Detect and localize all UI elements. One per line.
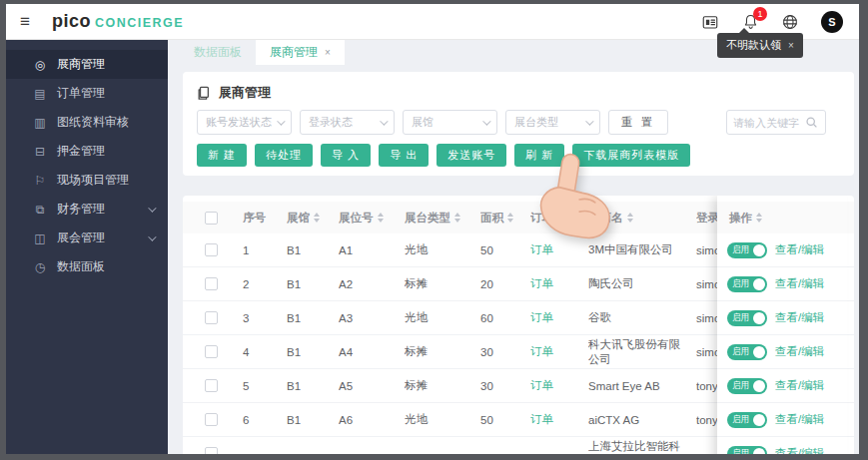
sidebar-item-exhibitor-mgmt[interactable]: ◎ 展商管理 [6, 50, 168, 79]
col-index: 序号 [243, 211, 287, 226]
notification-badge: 1 [753, 7, 767, 21]
sort-icon[interactable] [507, 213, 513, 223]
order-link[interactable]: 订单 [530, 344, 588, 359]
row-checkbox[interactable] [205, 277, 218, 290]
view-edit-link[interactable]: 查看/编辑 [775, 344, 824, 359]
sidebar-item-exhibition-mgmt[interactable]: ◫ 展会管理 [6, 224, 168, 252]
filter-account-send-status[interactable]: 账号发送状态 [197, 110, 292, 135]
col-booth[interactable]: 展位号 [339, 211, 405, 226]
sort-icon[interactable] [756, 213, 762, 223]
user-avatar[interactable]: S [821, 11, 843, 33]
row-checkbox[interactable] [205, 311, 218, 324]
cell-hall: B1 [287, 278, 339, 290]
tab-label: 展商管理 [270, 44, 318, 61]
sidebar-item-label: 订单管理 [57, 85, 105, 102]
pending-button[interactable]: 待处理 [255, 144, 313, 167]
row-checkbox[interactable] [205, 447, 218, 454]
sort-icon[interactable] [314, 213, 320, 223]
row-checkbox[interactable] [205, 379, 218, 392]
cell-exhibitor-name: 3M中国有限公司 [588, 242, 696, 257]
row-checkbox[interactable] [205, 345, 218, 358]
filter-booth-type[interactable]: 展台类型 [505, 110, 600, 135]
sort-icon[interactable] [627, 213, 633, 223]
new-button[interactable]: 新 建 [197, 144, 247, 167]
sort-icon[interactable] [557, 213, 563, 223]
tooltip-close-icon[interactable]: × [788, 40, 794, 51]
view-edit-link[interactable]: 查看/编辑 [775, 446, 824, 454]
sidebar-item-data-panel[interactable]: ◷ 数据面板 [6, 252, 168, 281]
toggle-knob [753, 244, 765, 256]
select-all-checkbox[interactable] [205, 212, 218, 225]
col-order[interactable]: 订单 [530, 211, 588, 226]
logo-text-primary: pico [52, 11, 91, 32]
order-link[interactable]: 订单 [530, 310, 588, 325]
order-link[interactable]: 订单 [530, 412, 588, 427]
order-link[interactable]: 订单 [530, 242, 588, 257]
keyword-search [726, 110, 826, 135]
view-edit-link[interactable]: 查看/编辑 [775, 378, 824, 393]
app-logo: pico CONCIERGE [52, 11, 184, 32]
enable-toggle[interactable]: 启用 [727, 242, 767, 258]
toggle-knob [753, 346, 765, 358]
col-booth-type[interactable]: 展台类型 [405, 211, 480, 226]
order-link[interactable]: 订单 [530, 378, 588, 393]
chevron-down-icon [380, 117, 388, 125]
filter-login-status[interactable]: 登录状态 [300, 110, 395, 135]
import-button[interactable]: 导 入 [321, 144, 371, 167]
claim-list-icon[interactable] [701, 13, 719, 31]
enable-toggle[interactable]: 启用 [727, 412, 767, 428]
page-title-text: 展商管理 [219, 84, 271, 102]
search-input[interactable] [733, 117, 805, 129]
language-globe-icon[interactable] [781, 13, 799, 31]
enable-toggle[interactable]: 启用 [727, 446, 767, 455]
send-account-button[interactable]: 发送账号 [436, 144, 506, 167]
cell-exhibitor-name: 陶氏公司 [588, 276, 696, 291]
view-edit-link[interactable]: 查看/编辑 [775, 412, 824, 427]
tab-close-icon[interactable]: × [325, 47, 331, 58]
refresh-button[interactable]: 刷 新 [514, 144, 564, 167]
enable-toggle[interactable]: 启用 [727, 310, 767, 326]
row-checkbox[interactable] [205, 413, 218, 426]
order-icon: ▤ [33, 87, 47, 101]
search-icon[interactable] [805, 116, 818, 129]
order-link[interactable]: 订单 [530, 276, 588, 291]
col-area[interactable]: 面积 [480, 211, 530, 226]
view-edit-link[interactable]: 查看/编辑 [775, 276, 824, 291]
chevron-down-icon [277, 117, 285, 125]
col-hall[interactable]: 展馆 [287, 211, 339, 226]
export-button[interactable]: 导 出 [379, 144, 429, 167]
filter-hall[interactable]: 展馆 [403, 110, 497, 135]
sidebar-item-finance-mgmt[interactable]: ⧉ 财务管理 [6, 195, 168, 224]
view-edit-link[interactable]: 查看/编辑 [775, 310, 824, 325]
enable-toggle[interactable]: 启用 [727, 378, 767, 394]
exhibitor-table-card: 序号 展馆 展位号 展台类型 面积 订单 展商名 登录名 1 B1 A1 光地 … [183, 196, 854, 454]
operation-row: 启用 查看/编辑 [717, 437, 847, 454]
sidebar-item-label: 图纸资料审核 [57, 114, 129, 131]
cell-area: 20 [480, 278, 530, 290]
enable-toggle[interactable]: 启用 [727, 344, 767, 360]
tab-data-panel[interactable]: 数据面板 [180, 40, 256, 65]
view-edit-link[interactable]: 查看/编辑 [775, 242, 824, 257]
download-template-button[interactable]: 下载展商列表模版 [572, 144, 690, 167]
col-operation[interactable]: 操作 [717, 202, 847, 233]
cell-booth: A6 [339, 414, 405, 426]
hamburger-menu-icon[interactable]: ≡ [20, 13, 30, 30]
sidebar-item-onsite-project-mgmt[interactable]: ⚐ 现场项目管理 [6, 166, 168, 195]
sidebar-item-drawing-review[interactable]: ▥ 图纸资料审核 [6, 108, 168, 137]
tab-exhibitor-mgmt[interactable]: 展商管理 × [256, 40, 345, 65]
row-checkbox[interactable] [205, 243, 218, 256]
cell-area: 60 [480, 312, 530, 324]
chevron-down-icon [482, 117, 490, 125]
col-exhibitor-name[interactable]: 展商名 [588, 211, 696, 226]
sort-icon[interactable] [378, 213, 384, 223]
sidebar-item-deposit-mgmt[interactable]: ⊟ 押金管理 [6, 137, 168, 166]
operation-row: 启用 查看/编辑 [717, 335, 847, 369]
cell-hall: B1 [287, 414, 339, 426]
deposit-icon: ⊟ [33, 145, 47, 159]
action-button-row: 新 建 待处理 导 入 导 出 发送账号 刷 新 下载展商列表模版 [197, 144, 690, 167]
enable-toggle[interactable]: 启用 [727, 276, 767, 292]
cell-booth-type: 光地 [405, 412, 480, 427]
reset-button[interactable]: 重 置 [608, 110, 668, 135]
sidebar-item-order-mgmt[interactable]: ▤ 订单管理 [6, 79, 168, 108]
sort-icon[interactable] [454, 213, 460, 223]
